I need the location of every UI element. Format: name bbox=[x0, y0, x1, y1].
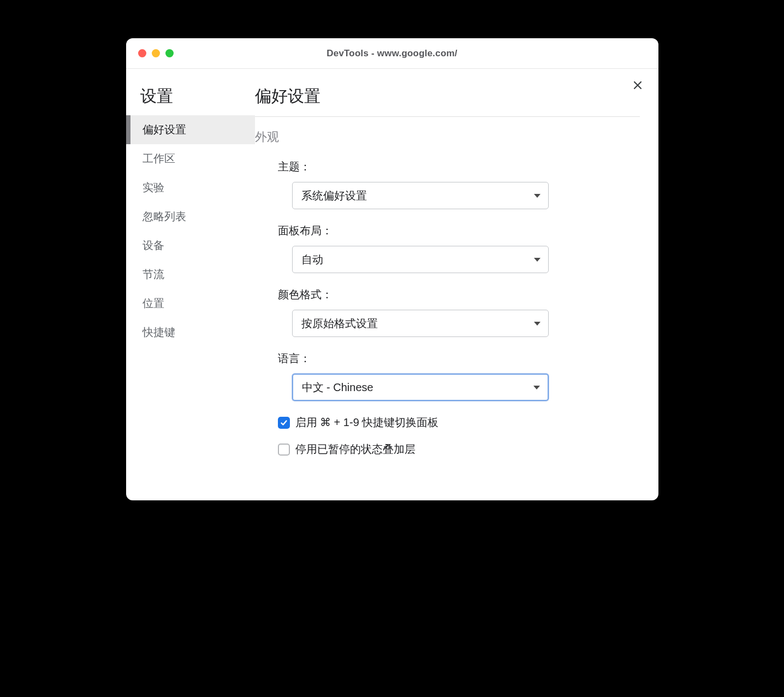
language-label: 语言： bbox=[278, 351, 640, 366]
color-format-select[interactable]: 按原始格式设置 bbox=[292, 310, 549, 337]
color-format-label: 颜色格式： bbox=[278, 287, 640, 302]
sidebar-item-preferences[interactable]: 偏好设置 bbox=[126, 115, 255, 144]
panel-layout-select[interactable]: 自动 bbox=[292, 246, 549, 273]
color-format-value: 按原始格式设置 bbox=[301, 316, 378, 331]
sidebar-item-locations[interactable]: 位置 bbox=[126, 289, 255, 318]
chevron-down-icon bbox=[534, 194, 541, 198]
shortcut-checkbox-label: 启用 ⌘ + 1-9 快捷键切换面板 bbox=[295, 415, 439, 430]
sidebar: 设置 偏好设置 工作区 实验 忽略列表 设备 节流 位置 快捷键 bbox=[126, 69, 255, 500]
language-value: 中文 - Chinese bbox=[302, 380, 373, 395]
settings-window: DevTools - www.google.com/ 设置 偏好设置 工作区 实… bbox=[126, 38, 658, 500]
color-format-group: 颜色格式： 按原始格式设置 bbox=[278, 287, 640, 337]
overlay-checkbox[interactable] bbox=[278, 444, 290, 456]
language-select[interactable]: 中文 - Chinese bbox=[292, 374, 549, 401]
panel-layout-value: 自动 bbox=[301, 252, 323, 267]
sidebar-item-workspace[interactable]: 工作区 bbox=[126, 144, 255, 173]
chevron-down-icon bbox=[534, 258, 541, 262]
overlay-checkbox-row[interactable]: 停用已暂停的状态叠加层 bbox=[278, 442, 640, 457]
sidebar-item-ignore-list[interactable]: 忽略列表 bbox=[126, 202, 255, 231]
theme-select[interactable]: 系统偏好设置 bbox=[292, 182, 549, 209]
language-group: 语言： 中文 - Chinese bbox=[278, 351, 640, 401]
shortcut-checkbox[interactable] bbox=[278, 417, 290, 429]
sidebar-item-experiments[interactable]: 实验 bbox=[126, 173, 255, 202]
overlay-checkbox-label: 停用已暂停的状态叠加层 bbox=[295, 442, 415, 457]
chevron-down-icon bbox=[534, 322, 541, 326]
sidebar-item-shortcuts[interactable]: 快捷键 bbox=[126, 318, 255, 347]
section-appearance: 外观 bbox=[255, 129, 640, 145]
theme-group: 主题： 系统偏好设置 bbox=[278, 160, 640, 209]
panel-layout-label: 面板布局： bbox=[278, 223, 640, 238]
page-title: 偏好设置 bbox=[255, 85, 640, 117]
theme-value: 系统偏好设置 bbox=[301, 188, 367, 203]
content-pane: 偏好设置 外观 主题： 系统偏好设置 面板布局： 自动 bbox=[255, 69, 658, 500]
chevron-down-icon bbox=[533, 386, 540, 389]
theme-label: 主题： bbox=[278, 160, 640, 174]
sidebar-item-throttling[interactable]: 节流 bbox=[126, 260, 255, 289]
sidebar-title: 设置 bbox=[126, 85, 255, 115]
shortcut-checkbox-row[interactable]: 启用 ⌘ + 1-9 快捷键切换面板 bbox=[278, 415, 640, 430]
panel-layout-group: 面板布局： 自动 bbox=[278, 223, 640, 273]
sidebar-item-devices[interactable]: 设备 bbox=[126, 231, 255, 260]
titlebar: DevTools - www.google.com/ bbox=[126, 38, 658, 69]
window-title: DevTools - www.google.com/ bbox=[126, 48, 658, 59]
